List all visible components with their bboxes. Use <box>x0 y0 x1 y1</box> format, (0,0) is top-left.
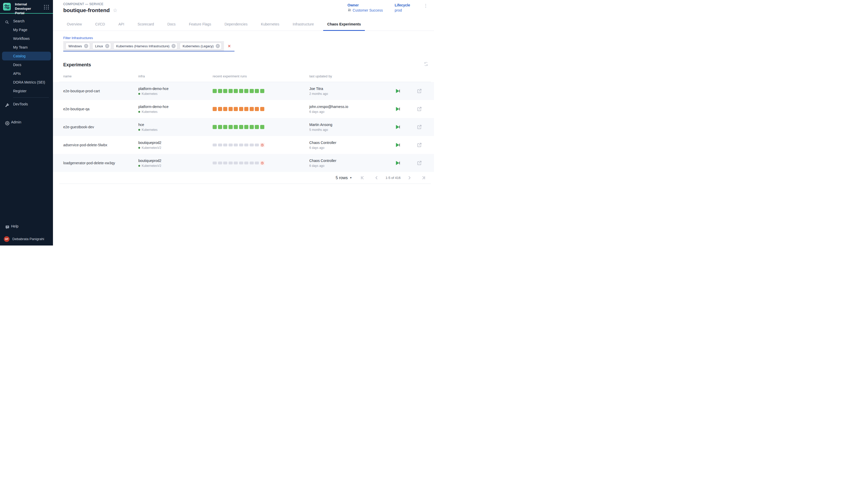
run-indicator[interactable] <box>260 125 264 129</box>
run-experiment-button[interactable] <box>396 89 400 93</box>
owner-link[interactable]: Customer Success <box>348 8 383 12</box>
pending-run-clock-icon[interactable] <box>260 143 265 147</box>
chip-remove-icon[interactable]: ✕ <box>172 44 176 48</box>
chip-remove-icon[interactable]: ✕ <box>105 44 109 48</box>
next-page-button[interactable] <box>407 175 412 180</box>
sidebar-item-dora-metrics[interactable]: DORA Metrics (SEI) <box>2 78 51 87</box>
run-indicator[interactable] <box>239 144 243 147</box>
open-experiment-icon[interactable] <box>417 161 422 166</box>
run-indicator[interactable] <box>255 144 259 147</box>
run-indicator[interactable] <box>260 89 264 93</box>
run-indicator[interactable] <box>223 89 227 93</box>
run-indicator[interactable] <box>218 89 222 93</box>
sidebar-item-devtools[interactable]: DevTools <box>2 100 51 109</box>
refresh-icon[interactable] <box>424 62 428 67</box>
filter-chip-windows[interactable]: Windows ✕ <box>65 43 90 49</box>
run-indicator[interactable] <box>234 162 238 165</box>
run-indicator[interactable] <box>223 125 227 129</box>
sidebar-item-help[interactable]: ? Help <box>2 222 51 231</box>
run-indicator[interactable] <box>223 144 227 147</box>
chip-remove-icon[interactable]: ✕ <box>216 44 220 48</box>
rows-per-page-dropdown[interactable]: 5 rows ▼ <box>336 176 352 180</box>
run-indicator[interactable] <box>229 125 233 129</box>
sidebar-item-workflows[interactable]: Workflows <box>2 34 51 43</box>
tab-chaos-experiments[interactable]: Chaos Experiments <box>321 18 368 31</box>
sidebar-item-admin[interactable]: Admin <box>2 118 51 126</box>
open-experiment-icon[interactable] <box>417 107 422 112</box>
run-indicator[interactable] <box>255 125 259 129</box>
run-indicator[interactable] <box>229 162 233 165</box>
run-indicator[interactable] <box>218 162 222 165</box>
run-indicator[interactable] <box>244 144 249 147</box>
tab-api[interactable]: API <box>112 18 131 31</box>
run-indicator[interactable] <box>218 107 222 111</box>
tab-infrastructure[interactable]: Infrastructure <box>286 18 320 31</box>
run-indicator[interactable] <box>239 162 243 165</box>
tab-kubernetes[interactable]: Kubernetes <box>254 18 286 31</box>
run-experiment-button[interactable] <box>396 143 400 147</box>
tab-cicd[interactable]: CI/CD <box>88 18 112 31</box>
run-indicator[interactable] <box>229 107 233 111</box>
run-indicator[interactable] <box>255 89 259 93</box>
run-indicator[interactable] <box>218 125 222 129</box>
run-indicator[interactable] <box>234 144 238 147</box>
run-indicator[interactable] <box>229 89 233 93</box>
clear-filters-icon[interactable]: ✕ <box>228 44 231 49</box>
pending-run-clock-icon[interactable] <box>260 161 265 165</box>
open-experiment-icon[interactable] <box>417 88 422 93</box>
run-indicator[interactable] <box>213 144 217 147</box>
app-switcher-icon[interactable] <box>44 5 49 9</box>
tab-dependencies[interactable]: Dependencies <box>218 18 254 31</box>
run-indicator[interactable] <box>244 125 249 129</box>
run-indicator[interactable] <box>234 89 238 93</box>
tab-feature-flags[interactable]: Feature Flags <box>182 18 218 31</box>
sidebar-item-my-team[interactable]: My Team <box>2 43 51 52</box>
tab-overview[interactable]: Overview <box>60 18 88 31</box>
run-experiment-button[interactable] <box>396 107 400 111</box>
tab-scorecard[interactable]: Scorecard <box>131 18 161 31</box>
run-indicator[interactable] <box>244 162 249 165</box>
tab-docs[interactable]: Docs <box>161 18 182 31</box>
run-indicator[interactable] <box>250 144 254 147</box>
filter-chip-linux[interactable]: Linux ✕ <box>92 43 111 49</box>
run-indicator[interactable] <box>250 125 254 129</box>
previous-page-button[interactable] <box>374 175 379 180</box>
run-indicator[interactable] <box>255 107 259 111</box>
run-indicator[interactable] <box>244 89 249 93</box>
run-indicator[interactable] <box>239 125 243 129</box>
run-indicator[interactable] <box>218 144 222 147</box>
run-indicator[interactable] <box>250 107 254 111</box>
first-page-button[interactable] <box>360 175 365 180</box>
run-indicator[interactable] <box>213 89 217 93</box>
run-indicator[interactable] <box>244 107 249 111</box>
sidebar-item-search[interactable]: Search <box>2 17 51 25</box>
filter-chip-kubernetes-harness[interactable]: Kubernetes (Harness Infrastructure) ✕ <box>113 43 177 49</box>
run-indicator[interactable] <box>229 144 233 147</box>
sidebar-item-catalog[interactable]: Catalog <box>2 52 51 60</box>
run-indicator[interactable] <box>223 162 227 165</box>
run-indicator[interactable] <box>213 107 217 111</box>
sidebar-item-docs[interactable]: Docs <box>2 60 51 69</box>
filter-chip-kubernetes-legacy[interactable]: Kubernetes (Legacy) ✕ <box>180 43 222 49</box>
sidebar-item-apis[interactable]: APIs <box>2 69 51 78</box>
run-indicator[interactable] <box>213 162 217 165</box>
sidebar-item-register[interactable]: Register <box>2 87 51 95</box>
run-indicator[interactable] <box>234 125 238 129</box>
run-indicator[interactable] <box>250 89 254 93</box>
run-experiment-button[interactable] <box>396 161 400 165</box>
run-indicator[interactable] <box>255 162 259 165</box>
favorite-star-icon[interactable]: ☆ <box>113 8 117 13</box>
filter-input[interactable]: Windows ✕ Linux ✕ Kubernetes (Harness In… <box>63 41 234 51</box>
chip-remove-icon[interactable]: ✕ <box>84 44 88 48</box>
run-indicator[interactable] <box>250 162 254 165</box>
run-experiment-button[interactable] <box>396 125 400 129</box>
sidebar-item-my-page[interactable]: My Page <box>2 25 51 34</box>
run-indicator[interactable] <box>213 125 217 129</box>
filter-label[interactable]: Filter Infrastructures <box>63 36 434 40</box>
run-indicator[interactable] <box>239 107 243 111</box>
open-experiment-icon[interactable] <box>417 142 422 148</box>
more-options-icon[interactable]: ⋮ <box>422 3 429 8</box>
run-indicator[interactable] <box>223 107 227 111</box>
run-indicator[interactable] <box>260 107 264 111</box>
open-experiment-icon[interactable] <box>417 124 422 129</box>
